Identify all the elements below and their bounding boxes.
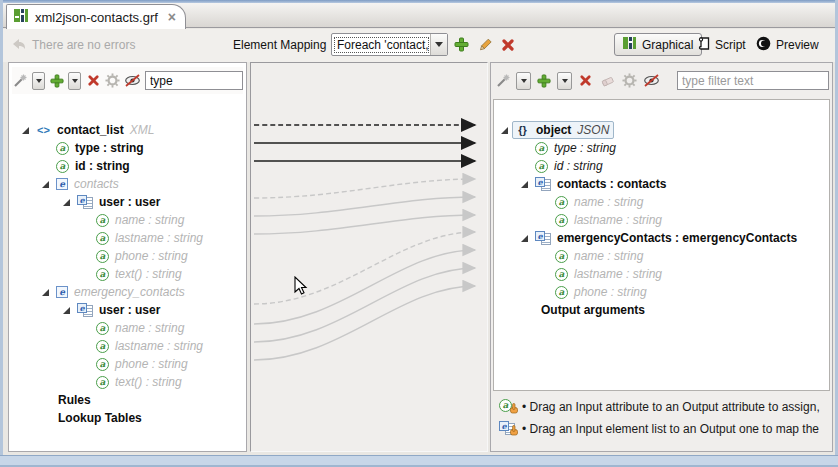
tree-node-lastname-string[interactable]: alastname : string [9,229,246,247]
script-view-icon [696,36,710,54]
expand-arrow-icon[interactable] [521,181,528,188]
node-label: name : string [574,247,643,265]
attribute-icon: a [535,142,548,155]
expand-arrow-icon[interactable] [42,181,49,188]
node-label: phone : string [115,355,188,373]
mapping-canvas[interactable] [250,62,488,452]
tree-node-name-string[interactable]: aname : string [9,319,246,337]
tree-node-user-user[interactable]: euser : user [9,193,246,211]
mapping-line-name-to-name[interactable] [254,250,475,324]
tree-node-contact-list[interactable]: <>contact_listXML [9,121,246,139]
expand-arrow-icon[interactable] [63,307,70,314]
window-frame [0,455,838,467]
node-label: id : string [75,157,130,175]
tree-node-name-string[interactable]: aname : string [9,211,246,229]
node-label: text() : string [115,373,182,391]
view-button-label: Script [715,38,746,52]
tree-node-contacts[interactable]: econtacts [9,175,246,193]
node-label: user : user [99,193,160,211]
tree-node-id-string[interactable]: aid : string [9,157,246,175]
node-box: Output arguments [538,301,650,319]
node-box: aid : string [532,157,608,175]
tree-node-lastname-string[interactable]: alastname : string [9,337,246,355]
mapping-line-emergency-contacts-to-emergencycontacts[interactable] [254,232,475,304]
hint-text: • Drag an Input attribute to an Output a… [522,400,820,414]
tree-node-emergencycontacts-emergencycontacts[interactable]: eemergencyContacts : emergencyContacts [491,229,832,247]
element-list-icon: e [535,231,551,245]
node-box: atext() : string [93,373,187,391]
node-label: lastname : string [115,229,203,247]
node-box: atype : string [53,139,149,157]
tree-node-text-string[interactable]: atext() : string [9,373,246,391]
attribute-icon: a [96,232,109,245]
tree-section-rules[interactable]: Rules [9,391,246,409]
node-label: phone : string [115,247,188,265]
delete-mapping-button[interactable] [499,36,516,53]
attribute-icon: a [96,322,109,335]
node-box: alastname : string [552,265,667,283]
node-box: aname : string [93,319,189,337]
tree-node-phone-string[interactable]: aphone : string [9,355,246,373]
add-mapping-button[interactable] [453,36,470,53]
node-box: <>contact_listXML [33,121,159,139]
mapping-editor-window: xml2json-contacts.grf × There are no err… [0,0,838,467]
tree-node-emergency-contacts[interactable]: eemergency_contacts [9,283,246,301]
combo-dropdown-button[interactable] [430,34,447,55]
tree-node-phone-string[interactable]: aphone : string [9,247,246,265]
mapping-line-contacts-to-contacts[interactable] [254,179,475,198]
tree-node-type-string[interactable]: atype : string [491,139,832,157]
node-box: aphone : string [552,283,652,301]
expand-arrow-icon[interactable] [22,127,29,134]
expand-arrow-icon[interactable] [501,127,508,134]
tree-node-contacts-contacts[interactable]: econtacts : contacts [491,175,832,193]
mapping-line-lastname-to-lastname[interactable] [254,268,475,342]
view-preview-button[interactable]: Preview [748,33,827,56]
node-label: user : user [99,301,160,319]
view-script-button[interactable]: Script [688,33,754,56]
back-arrow-icon[interactable] [10,36,28,56]
expand-arrow-icon[interactable] [42,289,49,296]
editor-tab-strip: xml2json-contacts.grf × [3,3,835,28]
tree-node-name-string[interactable]: aname : string [491,193,832,211]
window-frame [0,0,3,467]
attribute-icon: a [555,268,568,281]
tree-node-id-string[interactable]: aid : string [491,157,832,175]
node-box: eemergencyContacts : emergencyContacts [532,229,802,247]
tree-node-name-string[interactable]: aname : string [491,247,832,265]
node-label: type : string [75,139,144,157]
tree-section-output-arguments[interactable]: Output arguments [491,301,832,319]
tree-node-text-string[interactable]: atext() : string [9,265,246,283]
edit-mapping-pencil-icon[interactable] [476,36,493,53]
expand-arrow-icon[interactable] [521,235,528,242]
attribute-icon: a [96,376,109,389]
input-tree-panel: <>contact_listXMLatype : stringaid : str… [8,62,247,452]
node-label: contact_list [57,121,124,139]
node-label: lastname : string [115,337,203,355]
editor-tab[interactable]: xml2json-contacts.grf × [6,4,186,29]
output-tree: {}objectJSONatype : stringaid : stringec… [491,63,832,451]
tab-close-icon[interactable]: × [168,10,176,24]
attribute-icon: a [555,250,568,263]
tree-node-object[interactable]: {}objectJSON [491,121,832,139]
mapping-line-phone-to-phone[interactable] [254,286,475,360]
tree-node-phone-string[interactable]: aphone : string [491,283,832,301]
element-mapping-select[interactable]: Foreach 'contact, [331,33,448,56]
tree-node-type-string[interactable]: atype : string [9,139,246,157]
hand-icon [509,422,519,440]
tab-title: xml2json-contacts.grf [35,10,158,25]
attribute-icon: a [555,286,568,299]
tree-node-lastname-string[interactable]: alastname : string [491,211,832,229]
hint-element-list-drag: e • Drag an Input element list to an Out… [499,419,819,439]
attribute-icon: a [555,214,568,227]
attribute-icon: a [535,160,548,173]
expand-arrow-icon[interactable] [63,199,70,206]
mapping-line-lastname-to-lastname[interactable] [254,215,475,234]
grf-file-icon [14,8,29,27]
tree-node-lastname-string[interactable]: alastname : string [491,265,832,283]
input-tree: <>contact_listXMLatype : stringaid : str… [9,63,246,451]
tree-node-user-user[interactable]: euser : user [9,301,246,319]
node-label: emergencyContacts : emergencyContacts [557,229,797,247]
tree-section-lookup-tables[interactable]: Lookup Tables [9,409,246,427]
hand-icon [509,400,519,418]
mapping-line-name-to-name[interactable] [254,197,475,216]
